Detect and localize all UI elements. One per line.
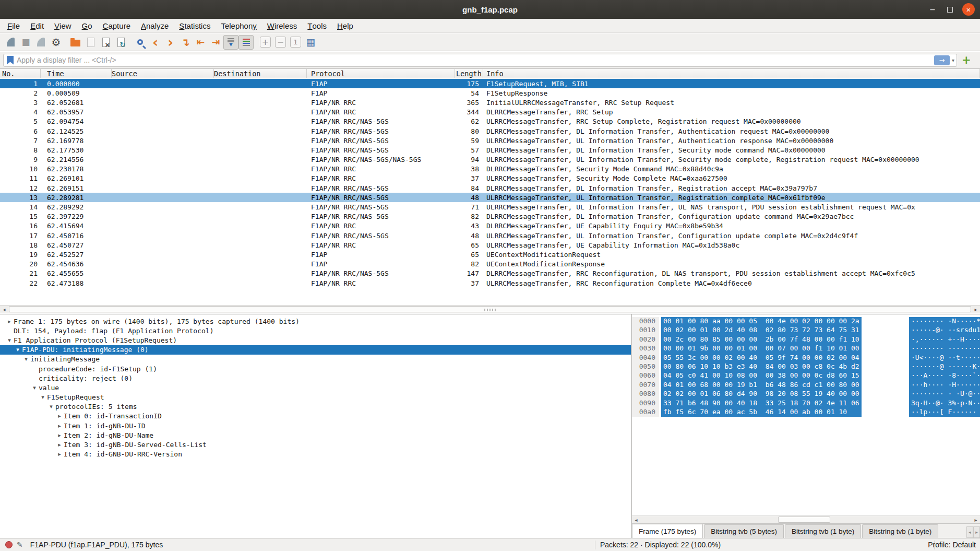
- detail-tree-row[interactable]: ▾F1SetupRequest: [0, 393, 631, 402]
- packet-list-hscrollbar[interactable]: ◂ ▸: [0, 305, 980, 313]
- packet-row[interactable]: 1562.397229F1AP/NR RRC/NAS-5GS82DLRRCMes…: [0, 212, 980, 221]
- hex-bytes[interactable]: 00 00 01 9b 00 00 01 00 00 07 00 00 f1 1…: [661, 344, 862, 353]
- detail-tree-row[interactable]: ▸Item 1: id-gNB-DU-ID: [0, 421, 631, 430]
- collapsed-arrow-icon[interactable]: ▸: [55, 451, 64, 458]
- collapsed-arrow-icon[interactable]: ▸: [55, 413, 64, 419]
- tab-scroll-left-icon[interactable]: ◂: [966, 526, 973, 538]
- file-open-button[interactable]: [68, 35, 83, 50]
- scroll-left-icon[interactable]: ◂: [0, 306, 8, 313]
- byte-tab-3[interactable]: Bitstring tvb (1 byte): [862, 524, 938, 538]
- detail-tree-row[interactable]: ▾value: [0, 383, 631, 392]
- resize-columns-button[interactable]: ▦: [303, 35, 318, 50]
- expanded-arrow-icon[interactable]: ▾: [5, 337, 14, 344]
- hex-bytes[interactable]: 04 05 c0 41 00 10 08 00 00 38 00 00 0c d…: [661, 371, 862, 380]
- scroll-right-icon[interactable]: ▸: [972, 516, 980, 523]
- detail-tree-row[interactable]: ▸Item 3: id-gNB-DU-Served-Cells-List: [0, 440, 631, 449]
- hex-ascii[interactable]: ···A···· ·8····`·: [909, 371, 980, 380]
- packet-row[interactable]: 562.094754F1AP/NR RRC/NAS-5GS62ULRRCMess…: [0, 117, 980, 126]
- packet-row[interactable]: 862.177530F1AP/NR RRC/NAS-5GS57DLRRCMess…: [0, 145, 980, 155]
- packet-row[interactable]: 2062.454636F1AP82UEContextModificationRe…: [0, 260, 980, 269]
- detail-tree-row[interactable]: ▸Item 2: id-gNB-DU-Name: [0, 430, 631, 440]
- detail-tree-row[interactable]: procedureCode: id-F1Setup (1): [0, 364, 631, 373]
- maximize-button[interactable]: [947, 7, 953, 13]
- packet-row[interactable]: 662.124525F1AP/NR RRC/NAS-5GS80DLRRCMess…: [0, 126, 980, 136]
- hex-row[interactable]: 004005 55 3c 00 00 02 00 40 05 9f 74 00 …: [632, 354, 980, 362]
- expanded-arrow-icon[interactable]: ▾: [14, 346, 22, 353]
- hex-row[interactable]: 005000 80 06 10 10 b3 e3 40 84 00 03 00 …: [632, 362, 980, 371]
- detail-tree-row[interactable]: ▾F1AP-PDU: initiatingMessage (0): [0, 345, 631, 355]
- packet-row[interactable]: 1362.289281F1AP/NR RRC/NAS-5GS48ULRRCMes…: [0, 193, 980, 202]
- hex-ascii[interactable]: ···h···· ·H······: [909, 381, 980, 390]
- find-packet-button[interactable]: [133, 35, 148, 50]
- filter-history-caret-icon[interactable]: ▾: [952, 57, 954, 63]
- capture-options-button[interactable]: ⚙: [49, 35, 64, 50]
- menu-analyze[interactable]: Analyze: [136, 19, 174, 32]
- hex-bytes[interactable]: 02 02 00 01 06 80 d4 90 98 20 08 55 19 4…: [661, 390, 862, 398]
- detail-tree-row[interactable]: ▾protocolIEs: 5 items: [0, 402, 631, 412]
- packet-row[interactable]: 1662.415694F1AP/NR RRC43DLRRCMessageTran…: [0, 221, 980, 231]
- hex-row[interactable]: 001000 02 00 01 00 2d 40 08 02 80 73 72 …: [632, 326, 980, 335]
- zoom-in-button[interactable]: +: [258, 35, 273, 50]
- packet-row[interactable]: 1062.230178F1AP/NR RRC38DLRRCMessageTran…: [0, 165, 980, 174]
- close-button[interactable]: ×: [962, 3, 975, 16]
- hex-bytes[interactable]: 05 55 3c 00 00 02 00 40 05 9f 74 00 00 0…: [661, 354, 862, 362]
- bookmark-icon[interactable]: [7, 56, 14, 65]
- minimize-button[interactable]: –: [927, 5, 938, 14]
- scroll-left-icon[interactable]: ◂: [632, 516, 640, 523]
- packet-row[interactable]: 362.052681F1AP/NR RRC365InitialULRRCMess…: [0, 98, 980, 107]
- column-header-length[interactable]: Length: [455, 69, 483, 78]
- menu-help[interactable]: Help: [332, 19, 358, 32]
- file-reload-button[interactable]: ↻: [113, 35, 128, 50]
- zoom-out-button[interactable]: −: [273, 35, 288, 50]
- status-profile[interactable]: Profile: Default: [928, 541, 976, 549]
- hex-ascii[interactable]: ········ ·N·····*: [909, 317, 980, 326]
- packet-row[interactable]: 1962.452527F1AP65UEContextModificationRe…: [0, 250, 980, 259]
- file-close-button[interactable]: ×: [98, 35, 113, 50]
- packet-row[interactable]: 1762.450716F1AP/NR RRC/NAS-5GS48ULRRCMes…: [0, 231, 980, 240]
- packet-row[interactable]: 1162.269101F1AP/NR RRC37ULRRCMessageTran…: [0, 174, 980, 183]
- hex-ascii[interactable]: ··lp···[ F······: [909, 408, 980, 417]
- go-first-button[interactable]: ⇤: [193, 35, 208, 50]
- menu-file[interactable]: File: [2, 19, 25, 32]
- packet-row[interactable]: 762.169778F1AP/NR RRC/NAS-5GS59ULRRCMess…: [0, 136, 980, 145]
- colorize-packets-button[interactable]: [238, 35, 254, 50]
- hex-bytes[interactable]: fb f5 6c 70 ea 00 ac 5b 46 14 00 ab 00 0…: [661, 408, 862, 417]
- file-save-button[interactable]: [83, 35, 98, 50]
- collapsed-arrow-icon[interactable]: ▸: [55, 432, 64, 439]
- detail-tree-row[interactable]: ▸Item 0: id-TransactionID: [0, 412, 631, 421]
- collapsed-arrow-icon[interactable]: ▸: [5, 318, 14, 325]
- collapsed-arrow-icon[interactable]: ▸: [55, 441, 64, 448]
- capture-comment-icon[interactable]: ✎: [17, 541, 23, 549]
- expanded-arrow-icon[interactable]: ▾: [22, 356, 30, 362]
- display-filter-input[interactable]: Apply a display filter ... <Ctrl-/> → ▾: [3, 54, 957, 67]
- column-header-protocol[interactable]: Protocol: [307, 69, 455, 78]
- menu-go[interactable]: Go: [77, 19, 98, 32]
- column-header-destination[interactable]: Destination: [214, 69, 307, 78]
- column-header-no[interactable]: No.: [0, 69, 41, 78]
- detail-tree-row[interactable]: ▾initiatingMessage: [0, 355, 631, 364]
- hex-row[interactable]: 00a0fb f5 6c 70 ea 00 ac 5b 46 14 00 ab …: [632, 408, 980, 417]
- go-forward-button[interactable]: ›: [163, 35, 178, 50]
- hex-ascii[interactable]: ········ ········: [909, 344, 980, 353]
- hex-row[interactable]: 009033 71 b6 48 90 00 40 18 33 25 18 70 …: [632, 399, 980, 408]
- menu-wireless[interactable]: Wireless: [262, 19, 303, 32]
- packet-row[interactable]: 1462.289292F1AP/NR RRC/NAS-5GS71ULRRCMes…: [0, 202, 980, 212]
- byte-tab-2[interactable]: Bitstring tvb (1 byte): [785, 524, 861, 538]
- detail-tree-row[interactable]: DLT: 154, Payload: f1ap (F1 Application …: [0, 326, 631, 335]
- expert-info-icon[interactable]: [5, 541, 13, 548]
- packet-row[interactable]: 1262.269151F1AP/NR RRC/NAS-5GS84DLRRCMes…: [0, 183, 980, 193]
- scroll-right-icon[interactable]: ▸: [972, 306, 980, 313]
- zoom-100-button[interactable]: 1: [288, 35, 303, 50]
- hex-ascii[interactable]: ········ · ·U·@··: [909, 390, 980, 398]
- hex-bytes[interactable]: 04 01 00 68 00 00 19 b1 b6 48 86 cd c1 0…: [661, 381, 862, 390]
- collapsed-arrow-icon[interactable]: ▸: [55, 423, 64, 429]
- packet-row[interactable]: 2162.455655F1AP/NR RRC/NAS-5GS147DLRRCMe…: [0, 269, 980, 278]
- byte-tab-0[interactable]: Frame (175 bytes): [632, 524, 703, 538]
- menu-telephony[interactable]: Telephony: [216, 19, 261, 32]
- capture-start-button[interactable]: [3, 35, 18, 50]
- hex-row[interactable]: 002000 2c 00 80 85 00 00 00 2b 00 7f 48 …: [632, 335, 980, 344]
- byte-tab-1[interactable]: Bitstring tvb (5 bytes): [704, 524, 784, 538]
- tab-scroll-right-icon[interactable]: ▸: [973, 526, 980, 538]
- column-header-info[interactable]: Info: [483, 69, 980, 78]
- hex-bytes[interactable]: 00 2c 00 80 85 00 00 00 2b 00 7f 48 00 0…: [661, 335, 862, 344]
